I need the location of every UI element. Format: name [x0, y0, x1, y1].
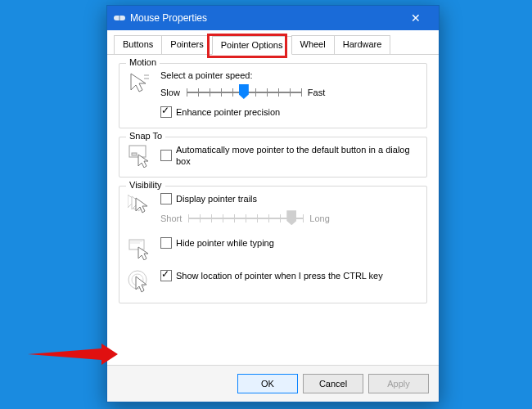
- mouse-properties-window: Mouse Properties ✕ Buttons Pointers Poin…: [106, 5, 440, 402]
- enhance-precision-checkbox[interactable]: Enhance pointer precision: [160, 106, 280, 118]
- dialog-body: Motion Select a pointer speed: Slow: [107, 55, 439, 365]
- ok-button[interactable]: OK: [237, 374, 298, 393]
- tab-pointer-options[interactable]: Pointer Options: [212, 36, 292, 55]
- group-motion: Motion Select a pointer speed: Slow: [119, 63, 427, 128]
- checkbox-box: [160, 150, 172, 161]
- legend-snap: Snap To: [126, 131, 165, 141]
- checkbox-box: [160, 237, 172, 249]
- close-button[interactable]: ✕: [399, 11, 432, 25]
- hide-label: Hide pointer while typing: [176, 237, 274, 249]
- checkbox-box: [160, 106, 172, 118]
- long-label: Long: [309, 213, 329, 223]
- pointer-speed-slider[interactable]: [187, 83, 301, 101]
- tab-hardware[interactable]: Hardware: [334, 35, 391, 54]
- dialog-footer: OK Cancel Apply: [107, 365, 439, 402]
- show-location-ctrl-checkbox[interactable]: Show location of pointer when I press th…: [160, 270, 383, 281]
- tab-pointers[interactable]: Pointers: [161, 35, 212, 54]
- window-title: Mouse Properties: [130, 12, 399, 24]
- speed-label: Select a pointer speed:: [160, 70, 418, 80]
- tab-wheel[interactable]: Wheel: [291, 35, 335, 54]
- svg-rect-3: [132, 153, 137, 155]
- trails-label: Display pointer trails: [176, 193, 257, 204]
- annotation-arrow: [28, 342, 118, 366]
- pointer-trails-slider: [188, 209, 303, 227]
- fast-label: Fast: [308, 88, 325, 97]
- hide-pointer-checkbox[interactable]: Hide pointer while typing: [160, 237, 274, 249]
- legend-visibility: Visibility: [126, 180, 165, 190]
- mouse-icon: [114, 12, 125, 24]
- pointer-speed-icon: [128, 70, 152, 95]
- pointer-trails-checkbox[interactable]: Display pointer trails: [160, 193, 257, 204]
- tab-buttons[interactable]: Buttons: [114, 35, 162, 54]
- tab-strip: Buttons Pointers Pointer Options Wheel H…: [107, 30, 439, 55]
- group-snap-to: Snap To Automatically move pointer to th…: [119, 137, 427, 178]
- snap-to-checkbox[interactable]: Automatically move pointer to the defaul…: [160, 144, 418, 168]
- group-visibility: Visibility Display pointer trails: [119, 186, 427, 303]
- svg-marker-7: [28, 344, 118, 365]
- pointer-trails-icon: [128, 193, 152, 218]
- slow-label: Slow: [160, 88, 180, 97]
- ctrl-label: Show location of pointer when I press th…: [176, 270, 383, 281]
- legend-motion: Motion: [126, 57, 160, 67]
- snap-to-icon: [128, 144, 152, 169]
- hide-pointer-icon: [128, 237, 152, 262]
- short-label: Short: [160, 213, 182, 223]
- apply-button[interactable]: Apply: [368, 374, 429, 393]
- ctrl-locate-icon: [128, 270, 152, 294]
- checkbox-box: [160, 270, 172, 281]
- titlebar[interactable]: Mouse Properties ✕: [107, 6, 439, 30]
- enhance-label: Enhance pointer precision: [176, 106, 280, 118]
- cancel-button[interactable]: Cancel: [303, 374, 363, 393]
- snap-label: Automatically move pointer to the defaul…: [176, 144, 418, 168]
- checkbox-box: [160, 193, 172, 204]
